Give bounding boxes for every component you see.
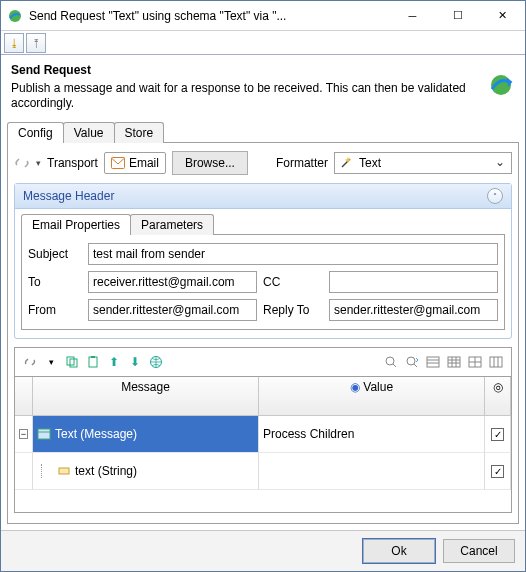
tree-toolbar: ▾ ⬆ ⬇ (14, 347, 512, 376)
minimize-button[interactable]: ─ (390, 1, 435, 30)
tree-row-check[interactable]: ✓ (485, 416, 511, 453)
col-check[interactable]: ◎ (485, 377, 511, 416)
link-icon (14, 155, 30, 171)
maximize-button[interactable]: ☐ (435, 1, 480, 30)
from-input[interactable] (88, 299, 257, 321)
coin-icon: ◉ (350, 380, 360, 394)
transport-label: Transport (47, 156, 98, 170)
dialog-footer: Ok Cancel (1, 530, 525, 571)
to-label: To (28, 275, 82, 289)
transport-method[interactable]: Email (104, 152, 166, 174)
formatter-label: Formatter (276, 156, 328, 170)
tree-row-label[interactable]: Text (Message) (33, 416, 259, 453)
find-icon[interactable] (382, 353, 400, 371)
ok-button[interactable]: Ok (363, 539, 435, 563)
cancel-button[interactable]: Cancel (443, 539, 515, 563)
message-header-bar[interactable]: Message Header ˄ (15, 184, 511, 209)
from-label: From (28, 303, 82, 317)
list-view-icon[interactable] (424, 353, 442, 371)
message-tree: Message ◉ Value ◎ − Text (Message) Proce… (14, 376, 512, 513)
tab-store[interactable]: Store (114, 122, 165, 143)
envelope-icon (111, 157, 125, 169)
title-bar: Send Request "Text" using schema "Text" … (1, 1, 525, 31)
link-icon[interactable] (21, 353, 39, 371)
columns-icon[interactable] (487, 353, 505, 371)
tab-config[interactable]: Config (7, 122, 64, 143)
col-value[interactable]: ◉ Value (259, 377, 485, 416)
cc-label: CC (263, 275, 323, 289)
tab-value[interactable]: Value (63, 122, 115, 143)
paste-icon[interactable] (84, 353, 102, 371)
copy-icon[interactable] (63, 353, 81, 371)
heading-icon (487, 71, 515, 99)
svg-rect-11 (448, 357, 460, 367)
window-title: Send Request "Text" using schema "Text" … (29, 9, 390, 23)
dialog-heading: Send Request Publish a message and wait … (1, 55, 525, 117)
grid-view-icon[interactable] (466, 353, 484, 371)
tree-row-value[interactable] (259, 453, 485, 490)
tree-indent (15, 453, 33, 490)
close-button[interactable]: ✕ (480, 1, 525, 30)
tree-row-check[interactable]: ✓ (485, 453, 511, 490)
email-properties-form: Subject To CC From Reply To (21, 235, 505, 330)
svg-rect-15 (59, 468, 69, 474)
arrow-up-icon[interactable]: ⬆ (105, 353, 123, 371)
checkbox-icon: ✓ (491, 428, 504, 441)
svg-rect-14 (38, 429, 50, 439)
svg-point-8 (386, 357, 394, 365)
heading-description: Publish a message and wait for a respons… (11, 81, 479, 111)
replyto-label: Reply To (263, 303, 323, 317)
svg-rect-5 (89, 357, 97, 367)
globe-icon[interactable] (147, 353, 165, 371)
config-panel: ▾ Transport Email Browse... Formatter Te… (7, 143, 519, 524)
svg-rect-6 (91, 356, 95, 358)
minus-icon: − (19, 429, 28, 439)
caret-down-icon[interactable]: ▾ (36, 158, 41, 168)
checkbox-icon: ✓ (491, 465, 504, 478)
table-view-icon[interactable] (445, 353, 463, 371)
target-icon: ◎ (493, 380, 503, 394)
svg-rect-13 (490, 357, 502, 367)
svg-rect-10 (427, 357, 439, 367)
col-message[interactable]: Message (33, 377, 259, 416)
quick-toolbar: ⭳ ⭱ (1, 31, 525, 55)
expand-toggle[interactable]: − (15, 416, 33, 453)
transport-method-text: Email (129, 156, 159, 170)
string-icon (57, 464, 71, 478)
to-input[interactable] (88, 271, 257, 293)
formatter-select[interactable]: Text (334, 152, 512, 174)
subject-input[interactable] (88, 243, 498, 265)
download-icon: ⭳ (9, 37, 20, 49)
browse-button[interactable]: Browse... (172, 151, 248, 175)
row-header-blank (15, 377, 33, 416)
message-header-title: Message Header (23, 189, 487, 203)
find-next-icon[interactable] (403, 353, 421, 371)
cc-input[interactable] (329, 271, 498, 293)
upload-icon: ⭱ (31, 37, 42, 49)
header-tabs: Email Properties Parameters (21, 213, 505, 235)
main-tabs: Config Value Store (7, 121, 519, 143)
tree-row-label[interactable]: text (String) (33, 453, 259, 490)
svg-point-9 (407, 357, 415, 365)
collapse-icon[interactable]: ˄ (487, 188, 503, 204)
transport-row: ▾ Transport Email Browse... Formatter Te… (14, 151, 512, 175)
app-icon (7, 8, 23, 24)
message-icon (37, 427, 51, 441)
arrow-down-icon[interactable]: ⬇ (126, 353, 144, 371)
heading-title: Send Request (11, 63, 479, 77)
subject-label: Subject (28, 247, 82, 261)
wand-icon (339, 156, 353, 170)
formatter-value: Text (359, 156, 381, 170)
import-button[interactable]: ⭳ (4, 33, 24, 53)
export-button[interactable]: ⭱ (26, 33, 46, 53)
tree-row-value[interactable]: Process Children (259, 416, 485, 453)
tab-parameters[interactable]: Parameters (130, 214, 214, 235)
replyto-input[interactable] (329, 299, 498, 321)
caret-down-icon[interactable]: ▾ (42, 353, 60, 371)
tab-email-properties[interactable]: Email Properties (21, 214, 131, 235)
message-header-group: Message Header ˄ Email Properties Parame… (14, 183, 512, 339)
